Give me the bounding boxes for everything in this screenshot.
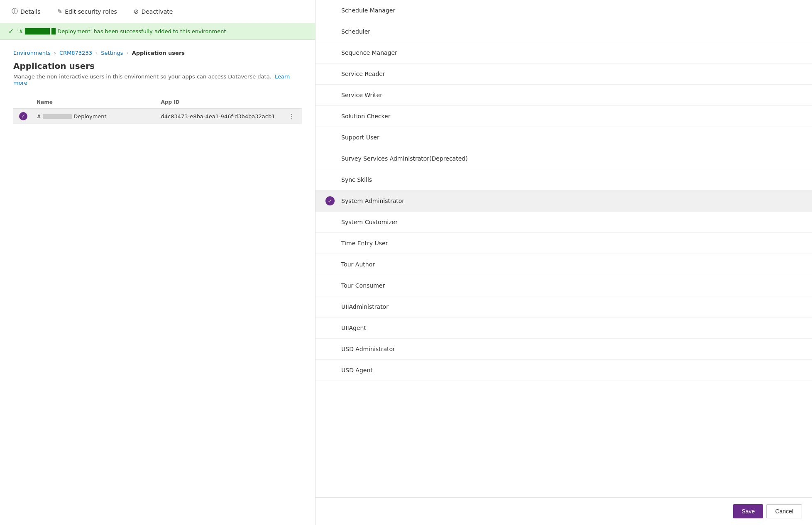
redacted-name [43,114,72,119]
role-item[interactable]: Schedule Manager [316,0,812,21]
role-item[interactable]: Sequence Manager [316,42,812,63]
role-name: USD Administrator [341,346,395,352]
table-container: Name App ID ✓ # Deployment d4c83473-e8ba… [13,96,302,124]
role-check-icon: ✓ [325,196,335,205]
row-check: ✓ [13,112,33,120]
role-item[interactable]: Support User [316,127,812,148]
role-name: Survey Services Administrator(Deprecated… [341,155,468,162]
details-label: Details [20,8,41,15]
deactivate-icon: ⊘ [134,8,139,15]
breadcrumb: Environments › CRM873233 › Settings › Ap… [13,50,302,56]
role-name: UIIAgent [341,325,366,331]
role-name: UIIAdministrator [341,303,389,310]
role-item[interactable]: Service Writer [316,85,812,106]
role-item[interactable]: Tour Consumer [316,275,812,296]
role-item[interactable]: Solution Checker [316,106,812,127]
row-name: # Deployment [33,113,158,120]
breadcrumb-sep-2: › [95,50,98,56]
deactivate-button[interactable]: ⊘ Deactivate [130,6,176,17]
toolbar: ⓘ Details ✎ Edit security roles ⊘ Deacti… [0,0,315,23]
role-item[interactable]: Service Reader [316,63,812,85]
page-description: Manage the non-interactive users in this… [13,73,302,86]
role-name: Sequence Manager [341,49,397,56]
role-placeholder [325,217,335,227]
role-placeholder [325,175,335,184]
breadcrumb-environments[interactable]: Environments [13,50,51,56]
role-item[interactable]: ✓System Administrator [316,190,812,212]
role-item[interactable]: Scheduler [316,21,812,42]
role-name: Schedule Manager [341,7,395,14]
cancel-button[interactable]: Cancel [766,504,802,518]
role-name: Sync Skills [341,176,372,183]
edit-icon: ✎ [57,8,63,15]
deactivate-label: Deactivate [141,8,173,15]
role-name: Service Reader [341,71,385,77]
role-placeholder [325,302,335,311]
role-placeholder [325,69,335,78]
role-placeholder [325,323,335,332]
role-placeholder [325,133,335,142]
details-button[interactable]: ⓘ Details [8,6,44,17]
role-item[interactable]: Survey Services Administrator(Deprecated… [316,148,812,169]
role-placeholder [325,27,335,36]
success-icon: ✓ [8,27,14,35]
role-item[interactable]: USD Administrator [316,339,812,360]
right-panel: Schedule ManagerSchedulerSequence Manage… [316,0,812,525]
breadcrumb-sep-1: › [54,50,56,56]
role-placeholder [325,239,335,248]
col-check [13,99,33,105]
role-placeholder [325,6,335,15]
save-button[interactable]: Save [733,504,763,518]
check-circle: ✓ [19,112,27,120]
role-name: Scheduler [341,28,370,35]
page-title: Application users [13,61,302,71]
role-name: Support User [341,134,379,141]
page-desc-text: Manage the non-interactive users in this… [13,73,271,80]
panel-footer: Save Cancel [316,497,812,525]
role-name: Solution Checker [341,113,390,120]
role-item[interactable]: USD Agent [316,360,812,381]
success-message: '# ██████ █ Deployment' has been success… [17,28,227,34]
edit-security-roles-button[interactable]: ✎ Edit security roles [54,6,120,17]
role-name: Time Entry User [341,240,388,247]
role-name: System Administrator [341,198,404,204]
col-name: Name [33,99,158,105]
left-panel: ⓘ Details ✎ Edit security roles ⊘ Deacti… [0,0,316,525]
role-item[interactable]: Sync Skills [316,169,812,190]
role-item[interactable]: UIIAdministrator [316,296,812,317]
role-item[interactable]: Time Entry User [316,233,812,254]
role-placeholder [325,281,335,290]
success-banner: ✓ '# ██████ █ Deployment' has been succe… [0,23,315,40]
row-context-menu[interactable]: ⋮ [282,112,302,120]
role-placeholder [325,344,335,354]
table-row[interactable]: ✓ # Deployment d4c83473-e8ba-4ea1-946f-d… [13,109,302,124]
role-name: System Customizer [341,219,398,225]
role-item[interactable]: UIIAgent [316,317,812,339]
roles-list: Schedule ManagerSchedulerSequence Manage… [316,0,812,497]
role-name: Tour Consumer [341,282,385,289]
col-actions [282,99,302,105]
row-appid: d4c83473-e8ba-4ea1-946f-d3b4ba32acb1 [158,113,282,120]
role-name: USD Agent [341,367,373,374]
role-placeholder [325,366,335,375]
breadcrumb-current: Application users [132,50,185,56]
role-item[interactable]: System Customizer [316,212,812,233]
edit-security-roles-label: Edit security roles [65,8,117,15]
breadcrumb-settings[interactable]: Settings [101,50,123,56]
role-name: Tour Author [341,261,375,268]
role-placeholder [325,48,335,57]
role-placeholder [325,90,335,100]
role-item[interactable]: Tour Author [316,254,812,275]
col-appid: App ID [158,99,282,105]
role-placeholder [325,112,335,121]
breadcrumb-sep-3: › [126,50,128,56]
info-icon: ⓘ [12,7,18,15]
role-placeholder [325,154,335,163]
breadcrumb-crm[interactable]: CRM873233 [59,50,92,56]
role-name: Service Writer [341,92,382,98]
role-placeholder [325,260,335,269]
main-content: Environments › CRM873233 › Settings › Ap… [0,40,315,134]
table-header: Name App ID [13,96,302,109]
